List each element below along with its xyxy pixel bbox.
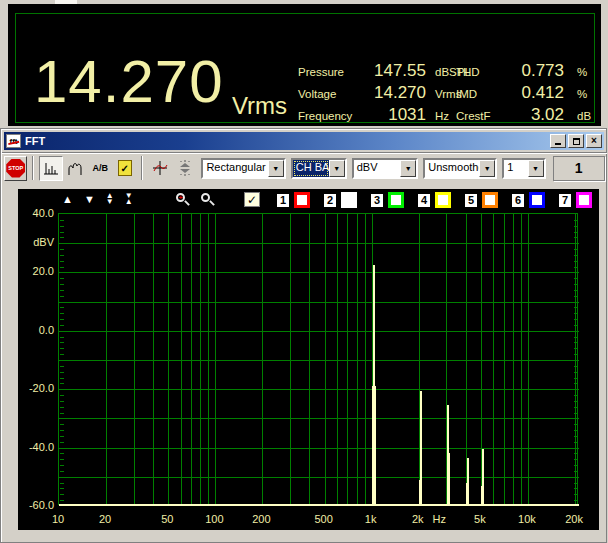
y-minor-tick (60, 442, 64, 443)
trace-5-color-swatch[interactable] (482, 192, 498, 208)
chevron-down-icon[interactable]: ▼ (528, 160, 544, 177)
trace-6-toggle: 6 (511, 192, 545, 208)
stop-sign-icon: STOP (6, 159, 25, 178)
x-tick-label: 5k (474, 513, 486, 525)
y-gridline (59, 272, 579, 273)
trace-3-color-swatch[interactable] (388, 192, 404, 208)
window-function-combo[interactable]: Rectangular ▼ (201, 158, 285, 179)
trace-2-button[interactable]: 2 (323, 193, 337, 208)
amplitude-units-combo[interactable]: dBV ▼ (352, 158, 419, 179)
y-minor-tick (574, 407, 578, 408)
trace-3-button[interactable]: 3 (370, 193, 384, 208)
chevron-down-icon[interactable]: ▼ (479, 160, 495, 177)
y-minor-tick (574, 488, 578, 489)
zoom-out-button[interactable] (199, 192, 215, 208)
trace-6-color-swatch[interactable] (529, 192, 545, 208)
x-gridline (290, 214, 291, 506)
toolbar-separator (141, 156, 143, 180)
y-minor-tick (574, 348, 578, 349)
y-minor-tick (60, 378, 64, 379)
autoscale-button[interactable] (173, 156, 196, 181)
y-minor-tick (574, 378, 578, 379)
axes-setup-button[interactable] (148, 156, 171, 181)
y-minor-tick (60, 366, 64, 367)
y-minor-tick (574, 261, 578, 262)
y-minor-tick (60, 453, 64, 454)
y-minor-tick (60, 413, 64, 414)
x-gridline (168, 214, 169, 506)
x-gridline (513, 214, 514, 506)
average-count-display: 1 (553, 156, 605, 181)
close-button[interactable]: × (586, 134, 602, 148)
trace-2-color-swatch[interactable] (341, 192, 357, 208)
trace-1-color-swatch[interactable] (294, 192, 310, 208)
trace-5-button[interactable]: 5 (464, 193, 478, 208)
reading-unit: % (577, 88, 587, 100)
minimize-button[interactable] (550, 134, 566, 148)
chevron-down-icon[interactable]: ▼ (400, 160, 416, 177)
window-title: FFT (25, 135, 45, 147)
y-gridline (59, 477, 579, 478)
y-minor-tick (574, 413, 578, 414)
y-gridline (59, 389, 579, 390)
scale-down-button[interactable]: ▼ (84, 194, 95, 205)
x-tick-label: 100 (205, 513, 223, 525)
x-tick-label: 10 (52, 513, 64, 525)
stop-button[interactable]: STOP (4, 156, 27, 181)
y-minor-tick (574, 395, 578, 396)
chevron-down-icon[interactable]: ▼ (329, 160, 345, 177)
main-voltage-unit: Vrms (232, 92, 287, 120)
level-meter-panel: 14.270 Vrms Pressure147.55dBSPLVoltage14… (8, 4, 601, 126)
spectrum-peak-skirt-3093hz (447, 453, 450, 506)
y-gridline (59, 418, 579, 419)
x-gridline (181, 214, 182, 506)
spectrum-noise-floor (59, 504, 579, 506)
notes-button[interactable]: ✓ (113, 156, 136, 181)
chevron-down-icon[interactable]: ▼ (268, 160, 284, 177)
axes-icon (151, 159, 169, 177)
grid-toggle-checkbox[interactable]: ✓ (244, 192, 260, 207)
zoom-in-button[interactable]: + (174, 192, 190, 208)
trace-7-color-swatch[interactable] (576, 192, 592, 208)
y-gridline (59, 360, 579, 361)
y-minor-tick (574, 237, 578, 238)
y-minor-tick (60, 337, 64, 338)
y-minor-tick (574, 436, 578, 437)
curve-icon (67, 160, 85, 177)
y-minor-tick (574, 372, 578, 373)
y-gridline (59, 243, 579, 244)
smoothing-combo[interactable]: Unsmoothed ▼ (423, 158, 497, 179)
trace-6-button[interactable]: 6 (511, 193, 525, 208)
smoothed-view-button[interactable] (64, 156, 87, 181)
expand-scale-button[interactable]: ▲▼ (106, 193, 114, 206)
reading-value: 14.270 (362, 83, 426, 103)
scale-up-button[interactable]: ▲ (62, 194, 73, 205)
x-gridline (200, 214, 201, 506)
ab-compare-button[interactable]: A/B (88, 156, 111, 181)
trace-1-button[interactable]: 1 (276, 193, 290, 208)
compress-scale-button[interactable]: ▼▲ (125, 193, 133, 206)
trace-4-color-swatch[interactable] (435, 192, 451, 208)
reading-label: Pressure (298, 66, 362, 78)
trace-4-button[interactable]: 4 (417, 193, 431, 208)
maximize-button[interactable] (568, 134, 584, 148)
meter-reading-row: IMD0.412% (456, 83, 591, 105)
y-minor-tick (574, 255, 578, 256)
averages-combo[interactable]: 1 ▼ (502, 158, 545, 179)
reading-value: 147.55 (362, 61, 426, 81)
x-gridline (106, 214, 107, 506)
y-minor-tick (574, 267, 578, 268)
y-minor-tick (574, 366, 578, 367)
toolbar-separator (32, 156, 34, 180)
spectrum-view-button[interactable] (39, 156, 62, 181)
close-icon: × (591, 136, 597, 146)
channel-combo[interactable]: CH BAL ▼ (291, 158, 347, 179)
y-tick-label: 40.0 (18, 207, 54, 219)
y-minor-tick (574, 401, 578, 402)
reading-value: 0.773 (506, 61, 564, 81)
y-tick-label: -40.0 (18, 441, 54, 453)
trace-1-toggle: 1 (276, 192, 310, 208)
trace-7-button[interactable]: 7 (558, 193, 572, 208)
x-gridline (153, 214, 154, 506)
titlebar[interactable]: fft FFT × (4, 132, 604, 150)
